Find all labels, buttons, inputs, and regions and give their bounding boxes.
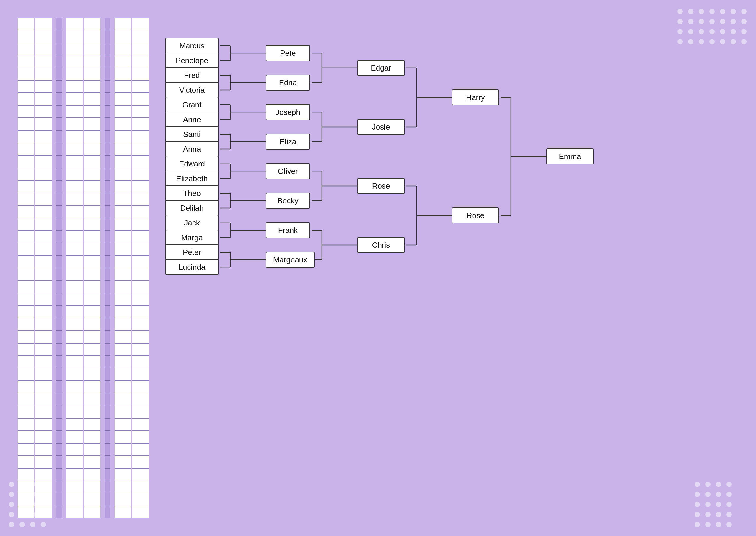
r4-rose2: Rose — [452, 208, 499, 223]
r3-josie: Josie — [357, 119, 405, 135]
r5-emma: Emma — [546, 149, 594, 164]
r2-eliza: Eliza — [266, 134, 310, 150]
r2-margeaux: Margeaux — [266, 252, 315, 268]
r2-joseph: Joseph — [266, 104, 310, 120]
r2-edna: Edna — [266, 75, 310, 91]
r3-rose: Rose — [357, 178, 405, 194]
r1-theo: Theo — [165, 185, 219, 201]
r2-becky: Becky — [266, 193, 310, 209]
r1-fred: Fred — [165, 67, 219, 83]
r2-oliver: Oliver — [266, 163, 310, 179]
r1-penelope: Penelope — [165, 52, 219, 68]
r2-pete: Pete — [266, 45, 310, 61]
r1-elizabeth: Elizabeth — [165, 171, 219, 186]
r3-edgar: Edgar — [357, 60, 405, 76]
r1-peter: Peter — [165, 244, 219, 260]
r2-frank: Frank — [266, 222, 310, 238]
bracket-lines — [165, 18, 727, 519]
tournament-bracket: Marcus Penelope Fred Victoria Grant Anne… — [165, 18, 727, 519]
r1-edward: Edward — [165, 156, 219, 172]
r1-jack: Jack — [165, 215, 219, 231]
r1-marga: Marga — [165, 230, 219, 246]
r4-harry: Harry — [452, 89, 499, 105]
r1-grant: Grant — [165, 97, 219, 113]
r1-santi: Santi — [165, 126, 219, 142]
left-decorative-columns — [18, 18, 149, 518]
r1-anne: Anne — [165, 112, 219, 127]
r1-delilah: Delilah — [165, 200, 219, 216]
r1-victoria: Victoria — [165, 82, 219, 98]
r3-chris: Chris — [357, 237, 405, 253]
r1-lucinda: Lucinda — [165, 259, 219, 275]
r1-marcus: Marcus — [165, 38, 219, 54]
r1-anna: Anna — [165, 141, 219, 157]
